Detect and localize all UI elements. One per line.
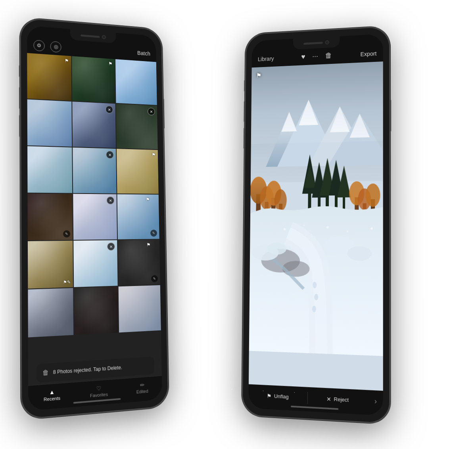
grid-cell-14[interactable]: ✕ xyxy=(74,240,118,287)
svg-point-44 xyxy=(370,227,373,230)
main-photo: ⚑ xyxy=(249,61,383,391)
tab-favorites[interactable]: ♡ Favorites xyxy=(90,384,108,398)
volume-up-right xyxy=(244,101,245,122)
next-button[interactable]: › xyxy=(368,397,383,406)
phone-right: Library ♥ ··· 🗑 Export xyxy=(242,27,390,424)
delete-bar-text: 8 Photos rejected. Tap to Delete. xyxy=(53,363,149,375)
speaker-right xyxy=(303,42,323,44)
grid-cell-10[interactable]: ✎ xyxy=(28,194,73,240)
reject-label: Reject xyxy=(334,396,349,403)
flag-badge-12: ⚑ xyxy=(146,197,150,202)
volume-up-button xyxy=(19,87,21,109)
grid-cell-16[interactable] xyxy=(28,288,73,338)
export-button[interactable]: Export xyxy=(361,50,377,57)
unflag-icon: ⚑ xyxy=(267,392,272,399)
svg-point-41 xyxy=(303,224,305,226)
tab-edited[interactable]: ✏ Edited xyxy=(136,381,148,394)
camera-right xyxy=(325,40,329,44)
settings-icon[interactable]: ⚙ xyxy=(33,40,44,52)
grid-cell-17[interactable] xyxy=(74,286,118,335)
edit-badge-12: ✎ xyxy=(150,230,157,237)
tab-recents[interactable]: ▲ Recents xyxy=(44,388,60,402)
app2-action-icons: ♥ ··· 🗑 xyxy=(301,52,332,61)
grid-cell-2[interactable]: ⚑ xyxy=(72,56,115,103)
svg-point-42 xyxy=(326,226,329,228)
svg-point-33 xyxy=(366,183,380,207)
flag-badge-2: ⚑ xyxy=(108,61,113,67)
reject-badge-14: ✕ xyxy=(107,243,115,251)
volume-down-right xyxy=(244,128,245,149)
phone-left: ⚙ ◎ Batch ⚑ ⚑ xyxy=(21,18,169,419)
power-button-right xyxy=(390,100,391,132)
reject-icon: ✕ xyxy=(326,395,331,402)
trash-icon: 🗑 xyxy=(42,369,49,377)
recents-icon: ▲ xyxy=(49,388,55,395)
tab-recents-label: Recents xyxy=(44,395,60,402)
flag-badge-9: ⚑ xyxy=(152,152,155,157)
phone-left-screen: ⚙ ◎ Batch ⚑ ⚑ xyxy=(27,25,162,411)
grid-cell-5[interactable]: ✕ xyxy=(73,102,116,148)
grid-cell-15[interactable]: ✎ ⚑ xyxy=(118,240,160,286)
unflag-label: Unflag xyxy=(274,393,289,400)
grid-cell-1[interactable]: ⚑ xyxy=(27,53,71,101)
grid-cell-9[interactable]: ⚑ xyxy=(117,149,159,194)
svg-point-40 xyxy=(283,228,286,230)
aperture-icon[interactable]: ◎ xyxy=(50,41,61,52)
unflag-button[interactable]: ⚑ Unflag xyxy=(249,391,307,401)
grid-cell-4[interactable] xyxy=(27,99,72,146)
mute-button xyxy=(19,65,21,77)
more-icon[interactable]: ··· xyxy=(312,52,318,60)
reject-button[interactable]: ✕ Reject xyxy=(307,395,368,404)
grid-cell-18[interactable] xyxy=(118,285,161,332)
grid-cell-13[interactable]: ⚑✎ xyxy=(28,241,73,289)
scene: ⚙ ◎ Batch ⚑ ⚑ xyxy=(0,0,476,449)
grid-cell-7[interactable] xyxy=(27,146,72,193)
favorites-icon: ♡ xyxy=(96,385,102,392)
camera-left xyxy=(102,35,106,39)
trash-icon-header[interactable]: 🗑 xyxy=(325,52,332,60)
grid-cell-6[interactable]: ✕ xyxy=(116,104,158,150)
flag-indicator: ⚑ xyxy=(256,72,261,79)
batch-button[interactable]: Batch xyxy=(137,50,150,56)
grid-cell-8[interactable]: ✕ xyxy=(73,148,117,194)
library-label[interactable]: Library xyxy=(258,55,274,62)
reject-badge-11: ✕ xyxy=(106,196,114,204)
grid-cell-3[interactable] xyxy=(115,59,157,105)
edited-icon: ✏ xyxy=(140,382,145,388)
reject-badge-8: ✕ xyxy=(106,151,113,159)
flag-badge-1: ⚑ xyxy=(65,58,69,63)
power-button xyxy=(163,99,165,129)
phone-right-screen: Library ♥ ··· 🗑 Export xyxy=(248,34,383,415)
tab-edited-label: Edited xyxy=(136,388,148,394)
grid-cell-12[interactable]: ✎ ⚑ xyxy=(117,194,159,240)
svg-point-43 xyxy=(347,230,348,232)
flag-badge-15: ⚑ xyxy=(146,242,151,248)
heart-icon[interactable]: ♥ xyxy=(301,53,305,61)
mute-button-right xyxy=(244,80,246,92)
app1-left-icons: ⚙ ◎ xyxy=(33,40,61,53)
reject-badge-6: ✕ xyxy=(148,107,155,115)
grid-cell-11[interactable]: ✕ xyxy=(73,194,117,240)
svg-rect-48 xyxy=(251,61,383,144)
tab-favorites-label: Favorites xyxy=(90,391,108,398)
speaker-left xyxy=(81,34,100,38)
reject-badge-5: ✕ xyxy=(106,106,113,113)
volume-down-button xyxy=(19,115,21,137)
photo-grid: ⚑ ⚑ ✕ ✕ xyxy=(27,53,162,386)
